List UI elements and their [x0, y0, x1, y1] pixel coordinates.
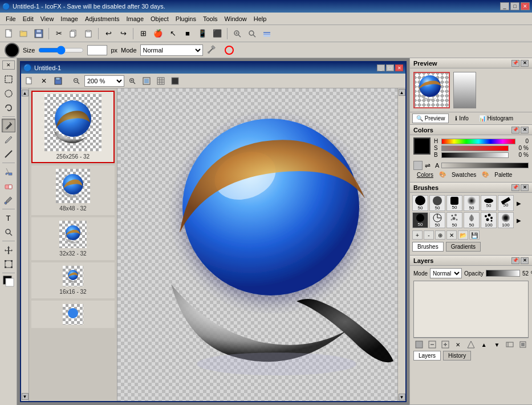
- layers-tb-btn-8[interactable]: [504, 339, 516, 350]
- layers-tb-btn-2[interactable]: [427, 339, 438, 350]
- grid-toggle-btn[interactable]: [155, 75, 167, 87]
- scroll-up-btn[interactable]: ▲: [22, 90, 29, 96]
- tool-dropper[interactable]: [2, 193, 15, 207]
- brush-item-2[interactable]: 50: [429, 195, 445, 211]
- layers-tb-btn-5[interactable]: [465, 339, 477, 350]
- size-input[interactable]: 50: [87, 45, 107, 55]
- darkbg-btn[interactable]: [169, 75, 181, 87]
- layers-tb-btn-6[interactable]: ▲: [478, 339, 490, 350]
- sat-slider[interactable]: [441, 145, 509, 151]
- color-foreground[interactable]: [2, 275, 15, 287]
- colors-tab-palette[interactable]: Palette: [491, 171, 515, 179]
- layers-button[interactable]: [260, 27, 274, 40]
- brush-cross-btn[interactable]: ✕: [446, 230, 457, 240]
- actual-size-btn[interactable]: [140, 75, 153, 87]
- menu-tools[interactable]: Tools: [200, 14, 221, 23]
- brushes-close-btn[interactable]: ✕: [521, 184, 529, 191]
- canvas-scroll-up[interactable]: ▲: [399, 89, 405, 96]
- menu-edit[interactable]: Edit: [19, 14, 37, 23]
- layers-tab-history[interactable]: History: [443, 351, 471, 361]
- preview-tab-preview[interactable]: 🔍 Preview: [412, 114, 449, 123]
- opacity-slider[interactable]: [486, 270, 520, 277]
- preview-tab-info[interactable]: ℹ Info: [451, 114, 472, 123]
- doc-new-btn[interactable]: [23, 75, 36, 87]
- doc-save-btn[interactable]: [52, 75, 64, 87]
- layers-tb-btn-1[interactable]: [413, 339, 425, 350]
- zoom-in-button[interactable]: [230, 27, 244, 40]
- swap-btn[interactable]: ⇌: [425, 161, 433, 169]
- zoom-in-doc-btn[interactable]: [126, 75, 139, 87]
- brush-load-btn[interactable]: 📂: [458, 230, 468, 240]
- open-button[interactable]: [17, 27, 31, 40]
- tool-brush[interactable]: [2, 119, 15, 132]
- colors-close-btn[interactable]: ✕: [521, 127, 529, 133]
- menu-object[interactable]: Object: [147, 14, 172, 23]
- canvas-vscroll[interactable]: ▲ ▼: [397, 88, 405, 401]
- menu-window[interactable]: Window: [221, 14, 250, 23]
- brush-item-4[interactable]: 50: [464, 195, 480, 211]
- brush-delete-btn[interactable]: -: [424, 230, 434, 240]
- zoom-select[interactable]: 50 % 100 % 200 % 300 % 400 %: [84, 75, 124, 87]
- brush-item-3[interactable]: 50: [446, 195, 462, 211]
- size-slider[interactable]: [38, 46, 84, 55]
- paste-button[interactable]: [82, 27, 95, 40]
- scroll-down-btn[interactable]: ▼: [22, 393, 29, 400]
- device-button[interactable]: 📱: [196, 27, 209, 40]
- tool-move[interactable]: [2, 243, 15, 257]
- hue-slider[interactable]: [441, 139, 515, 144]
- apple-button[interactable]: 🍎: [151, 27, 165, 40]
- mode-select[interactable]: Normal Multiply Screen Overlay: [140, 44, 203, 56]
- brush-item-5[interactable]: 50: [481, 195, 497, 211]
- brush-item-8[interactable]: 50: [429, 212, 445, 228]
- fill-button[interactable]: ■: [181, 27, 194, 40]
- tool-zoom[interactable]: [2, 225, 15, 239]
- copy-button[interactable]: [67, 27, 80, 40]
- foreground-color-swatch[interactable]: [5, 43, 19, 58]
- menu-view[interactable]: View: [37, 14, 58, 23]
- icon-list-item-32[interactable]: 32x32 - 32: [31, 217, 115, 260]
- cross-btn[interactable]: [225, 46, 234, 55]
- brush-item-11[interactable]: 100: [481, 212, 497, 228]
- tool-select-rect[interactable]: [2, 72, 15, 86]
- close-button[interactable]: ✕: [521, 2, 530, 10]
- layers-mode-select[interactable]: Normal Multiply Screen: [430, 268, 462, 278]
- tool-line[interactable]: [2, 147, 15, 161]
- tool-eraser[interactable]: [2, 179, 15, 193]
- brush-item-6[interactable]: 50: [498, 195, 514, 211]
- select-button[interactable]: ↖: [166, 27, 180, 40]
- brush-duplicate-btn[interactable]: ⊕: [435, 230, 445, 240]
- brush-item-12[interactable]: 100: [498, 212, 514, 228]
- icon-list-item-256[interactable]: 256x256 - 32: [31, 91, 115, 163]
- doc-close-icon-btn[interactable]: ✕: [38, 75, 50, 87]
- tool-pencil[interactable]: [2, 133, 15, 147]
- menu-file[interactable]: File: [2, 14, 19, 23]
- cut-button[interactable]: ✂: [52, 27, 66, 40]
- zoom-out-doc-btn[interactable]: [70, 75, 83, 87]
- canvas-area[interactable]: [117, 88, 397, 401]
- colors-tab-colors[interactable]: Colors: [413, 171, 437, 179]
- brush-item-1[interactable]: 50: [412, 195, 428, 211]
- preview-pin-btn[interactable]: 📌: [511, 60, 519, 67]
- layers-tb-btn-3[interactable]: [439, 339, 451, 350]
- icon-list-item-16b[interactable]: [31, 301, 115, 328]
- mask-button[interactable]: ⬛: [210, 27, 224, 40]
- tool-text[interactable]: T: [2, 211, 15, 225]
- colors-pin-btn[interactable]: 📌: [511, 127, 519, 133]
- brushes-tab-gradients[interactable]: Gradients: [446, 242, 481, 252]
- doc-maximize-button[interactable]: □: [386, 64, 394, 71]
- minimize-button[interactable]: _: [500, 2, 509, 10]
- extra-swatch[interactable]: [413, 161, 423, 170]
- canvas-scroll-down[interactable]: ▼: [399, 394, 405, 400]
- bright-slider[interactable]: [441, 152, 509, 158]
- layers-tab-layers[interactable]: Layers: [413, 351, 441, 361]
- layers-close-btn[interactable]: ✕: [521, 257, 529, 264]
- grid-button[interactable]: ⊞: [136, 27, 150, 40]
- maximize-button[interactable]: □: [510, 2, 519, 10]
- menu-plugins[interactable]: Plugins: [172, 14, 200, 23]
- tool-lasso[interactable]: [2, 101, 15, 115]
- brush-item-10[interactable]: 50: [464, 212, 480, 228]
- undo-button[interactable]: ↩: [101, 27, 115, 40]
- layers-tb-btn-7[interactable]: ▼: [491, 339, 503, 350]
- tool-fill[interactable]: [2, 165, 15, 179]
- colors-tab-swatches[interactable]: Swatches: [448, 171, 480, 179]
